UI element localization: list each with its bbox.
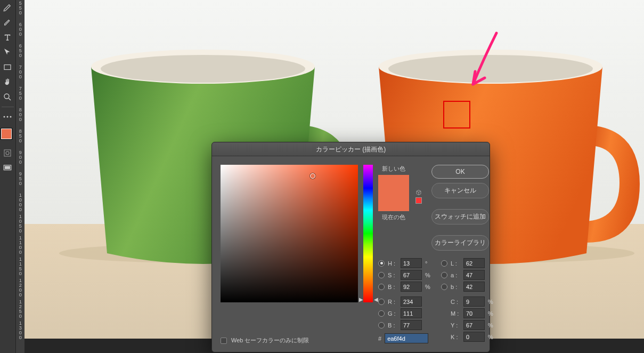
more-tools-icon[interactable] (0, 109, 15, 124)
svg-point-10 (4, 94, 9, 99)
a-radio[interactable] (441, 272, 447, 278)
new-color-label: 新しい色 (382, 165, 405, 173)
nearest-websafe-swatch[interactable] (415, 197, 422, 204)
y-label: Y : (451, 322, 460, 328)
s-radio[interactable] (378, 272, 385, 278)
web-safe-label: Web セーフカラーのみに制限 (231, 336, 309, 344)
svg-point-16 (6, 151, 9, 155)
new-color-swatch (378, 175, 409, 193)
cancel-button[interactable]: キャンセル (431, 183, 489, 198)
s-input[interactable] (401, 270, 422, 280)
saturation-value-field[interactable] (221, 165, 358, 302)
g-input[interactable] (401, 308, 422, 318)
vertical-ruler: 5506006507007508008509009501000105011001… (16, 0, 25, 353)
k-input[interactable] (463, 332, 485, 342)
color-picker-dialog: カラーピッカー (描画色) ▶ ◀ 新しい色 現在の色 (211, 142, 490, 352)
foreground-color-swatch[interactable] (1, 129, 12, 139)
brush-tool-icon[interactable] (0, 15, 15, 30)
lab-b-label: b : (451, 284, 460, 290)
svg-rect-9 (4, 65, 11, 70)
g-radio[interactable] (378, 310, 385, 317)
h-input[interactable] (401, 258, 422, 268)
m-input[interactable] (463, 308, 485, 318)
pen-tool-icon[interactable] (0, 0, 15, 15)
current-color-label: 現在の色 (382, 213, 405, 221)
a-input[interactable] (463, 270, 485, 280)
svg-point-14 (10, 116, 12, 118)
current-color-swatch[interactable] (378, 193, 409, 211)
zoom-tool-icon[interactable] (0, 90, 15, 105)
y-input[interactable] (463, 320, 485, 330)
b-input[interactable] (401, 282, 422, 292)
l-input[interactable] (463, 258, 485, 268)
hash-label: # (378, 335, 381, 342)
svg-point-4 (101, 55, 305, 83)
g-label: G : (388, 310, 397, 317)
color-libraries-button[interactable]: カラーライブラリ (431, 235, 489, 251)
hue-slider[interactable] (363, 165, 373, 302)
a-label: a : (451, 272, 460, 278)
b2-radio[interactable] (378, 322, 385, 328)
move-tool-icon[interactable] (0, 45, 15, 60)
r-input[interactable] (401, 296, 422, 307)
b2-input[interactable] (401, 320, 422, 330)
hue-pointer-icon: ◀ (374, 296, 378, 302)
svg-point-12 (4, 116, 5, 118)
lab-b-input[interactable] (463, 282, 485, 292)
r-label: R : (388, 299, 397, 305)
rectangle-tool-icon[interactable] (0, 60, 15, 75)
lab-b-radio[interactable] (441, 284, 447, 290)
hand-tool-icon[interactable] (0, 75, 15, 90)
c-input[interactable] (463, 296, 485, 307)
color-swatches[interactable] (0, 129, 15, 146)
svg-point-7 (388, 55, 593, 83)
l-label: L : (451, 260, 460, 267)
k-label: K : (451, 334, 460, 340)
cube-icon[interactable] (415, 189, 422, 196)
type-tool-icon[interactable] (0, 30, 15, 45)
ok-button[interactable]: OK (431, 165, 489, 179)
tools-panel (0, 0, 16, 353)
add-swatch-button[interactable]: スウォッチに追加 (431, 209, 489, 224)
svg-point-13 (7, 116, 9, 118)
svg-rect-18 (5, 166, 10, 169)
color-preview (378, 175, 409, 211)
l-radio[interactable] (441, 260, 447, 267)
b-label: B : (388, 284, 397, 290)
h-label: H : (388, 260, 397, 267)
svg-rect-15 (4, 150, 11, 156)
hex-input[interactable] (385, 333, 428, 343)
c-label: C : (451, 299, 460, 305)
web-safe-checkbox[interactable] (221, 338, 227, 344)
b-radio[interactable] (378, 284, 385, 290)
screenmode-icon[interactable] (0, 161, 15, 175)
svg-line-11 (9, 98, 11, 100)
dialog-title: カラーピッカー (描画色) (212, 142, 490, 156)
m-label: M : (451, 310, 460, 317)
sv-cursor[interactable] (310, 173, 315, 179)
h-radio[interactable] (378, 260, 385, 267)
s-label: S : (388, 272, 397, 278)
r-radio[interactable] (378, 299, 385, 305)
quickmask-icon[interactable] (0, 146, 15, 161)
b2-label: B : (388, 322, 397, 328)
hue-pointer-icon: ▶ (359, 296, 363, 302)
